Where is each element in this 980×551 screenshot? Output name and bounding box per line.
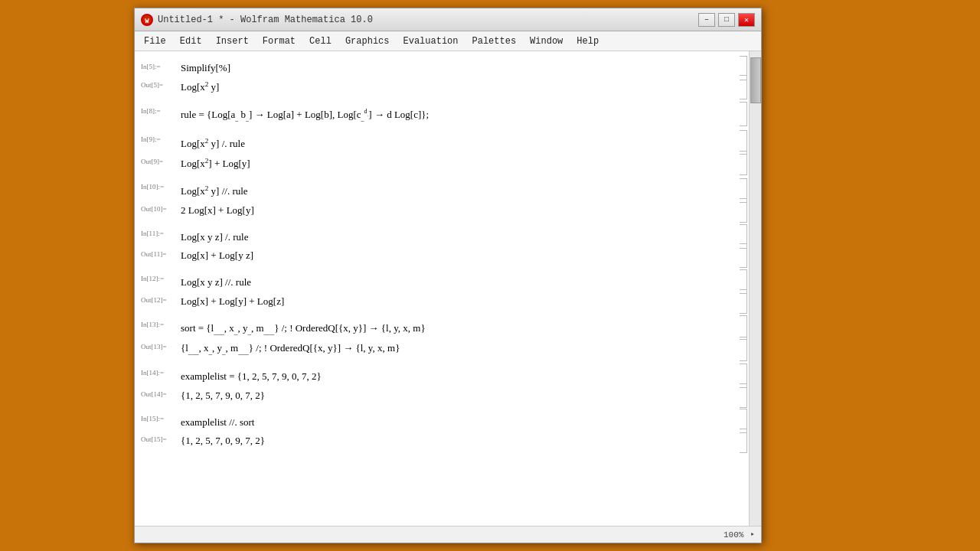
output-row-9: Out[9]= Log[x2] + Log[y] [135, 154, 749, 174]
out-label-12: Out[12]= [141, 296, 167, 304]
input-code-14[interactable]: examplelist = {1, 2, 5, 7, 9, 0, 7, 2} [181, 370, 322, 383]
menu-edit[interactable]: Edit [174, 34, 208, 48]
menu-evaluation[interactable]: Evaluation [397, 34, 464, 48]
menu-palettes[interactable]: Palettes [466, 34, 523, 48]
zoom-level: 100% [724, 530, 743, 540]
menu-window[interactable]: Window [524, 34, 569, 48]
in-label-14: In[14]:= [141, 369, 164, 377]
maximize-button[interactable]: □ [718, 13, 735, 27]
input-code-13[interactable]: sort = {l___, x_, y_, m___} /; ! Ordered… [181, 321, 426, 337]
output-code-9: Log[x2] + Log[y] [181, 156, 250, 171]
in-label-5: In[5]:= [141, 63, 161, 70]
cell-bracket-out9 [738, 154, 749, 174]
menu-file[interactable]: File [138, 34, 172, 48]
output-code-13: {l___, x_, y_, m___} /; ! OrderedQ[{x, y… [181, 341, 400, 357]
input-row-8[interactable]: In[8]:= rule = {Log[a_ b_] → Log[a] + Lo… [135, 103, 749, 126]
cell-pair-11: In[11]:= Log[x y z] /. rule Out[11]= Log… [135, 226, 749, 265]
cell-pair-14: In[14]:= examplelist = {1, 2, 5, 7, 9, 0… [135, 365, 749, 404]
input-row-5[interactable]: In[5]:= Simplify[%] [135, 59, 749, 77]
app-icon: W [141, 14, 153, 26]
input-row-9[interactable]: In[9]:= Log[x2 y] /. rule [135, 132, 749, 154]
cell-bracket-out10 [738, 201, 749, 220]
input-code-9[interactable]: Log[x2 y] /. rule [181, 136, 245, 152]
cell-bracket-in8 [738, 103, 749, 126]
in-label-12: In[12]:= [141, 275, 164, 282]
main-window: W Untitled-1 * - Wolfram Mathematica 10.… [134, 8, 762, 543]
cell-pair-13: In[13]:= sort = {l___, x_, y_, m___} /; … [135, 317, 749, 360]
out-label-11: Out[11]= [141, 250, 166, 258]
scrollbar-track[interactable] [749, 51, 761, 526]
output-row-15: Out[15]= {1, 2, 5, 7, 0, 9, 7, 2} [135, 432, 749, 450]
cell-bracket-out14 [738, 386, 749, 405]
in-label-9: In[9]:= [141, 135, 161, 143]
cell-pair-9: In[9]:= Log[x2 y] /. rule Out[9]= Log[x2… [135, 132, 749, 173]
output-code-14: {1, 2, 5, 7, 9, 0, 7, 2} [181, 389, 265, 403]
cell-bracket-out15 [738, 432, 749, 450]
input-code-5[interactable]: Simplify[%] [181, 61, 230, 75]
input-code-15[interactable]: examplelist //. sort [181, 416, 254, 429]
cell-pair-10: In[10]:= Log[x2 y] //. rule Out[10]= 2 L… [135, 179, 749, 220]
output-row-5: Out[5]= Log[x2 y] [135, 77, 749, 97]
minimize-button[interactable]: – [698, 13, 715, 27]
cell-bracket-out13 [738, 339, 749, 359]
menubar: File Edit Insert Format Cell Graphics Ev… [135, 31, 761, 51]
output-row-12: Out[12]= Log[x] + Log[y] + Log[z] [135, 292, 749, 311]
in-label-15: In[15]:= [141, 415, 164, 422]
out-label-5: Out[5]= [141, 81, 163, 89]
zoom-icon: ‣ [750, 530, 755, 540]
window-controls: – □ ✕ [698, 13, 755, 27]
title-bar: W Untitled-1 * - Wolfram Mathematica 10.… [135, 8, 761, 31]
input-row-10[interactable]: In[10]:= Log[x2 y] //. rule [135, 179, 749, 201]
cell-pair-8: In[8]:= rule = {Log[a_ b_] → Log[a] + Lo… [135, 103, 749, 126]
in-label-11: In[11]:= [141, 230, 164, 237]
output-row-14: Out[14]= {1, 2, 5, 7, 9, 0, 7, 2} [135, 386, 749, 405]
window-title: Untitled-1 * - Wolfram Mathematica 10.0 [158, 15, 373, 25]
output-row-13: Out[13]= {l___, x_, y_, m___} /; ! Order… [135, 339, 749, 359]
input-row-11[interactable]: In[11]:= Log[x y z] /. rule [135, 226, 749, 246]
input-code-12[interactable]: Log[x y z] //. rule [181, 276, 251, 289]
svg-text:W: W [145, 18, 149, 25]
input-row-15[interactable]: In[15]:= examplelist //. sort [135, 411, 749, 432]
output-code-12: Log[x] + Log[y] + Log[z] [181, 295, 284, 308]
out-label-14: Out[14]= [141, 390, 167, 398]
cell-pair-5: In[5]:= Simplify[%] Out[5]= Log[x2 y] [135, 59, 749, 97]
cell-bracket-out5 [738, 77, 749, 97]
input-row-14[interactable]: In[14]:= examplelist = {1, 2, 5, 7, 9, 0… [135, 365, 749, 386]
input-row-13[interactable]: In[13]:= sort = {l___, x_, y_, m___} /; … [135, 317, 749, 339]
out-label-15: Out[15]= [141, 435, 167, 443]
cell-bracket-out12 [738, 292, 749, 311]
output-code-11: Log[x] + Log[y z] [181, 249, 253, 262]
in-label-13: In[13]:= [141, 321, 164, 328]
in-label-10: In[10]:= [141, 183, 164, 191]
menu-help[interactable]: Help [570, 34, 605, 48]
notebook[interactable]: In[5]:= Simplify[%] Out[5]= Log[x2 y] [135, 51, 749, 526]
input-row-12[interactable]: In[12]:= Log[x y z] //. rule [135, 271, 749, 292]
scrollbar-thumb[interactable] [750, 57, 761, 103]
output-row-10: Out[10]= 2 Log[x] + Log[y] [135, 201, 749, 220]
out-label-10: Out[10]= [141, 205, 167, 213]
menu-cell[interactable]: Cell [303, 34, 338, 48]
content-area: In[5]:= Simplify[%] Out[5]= Log[x2 y] [135, 51, 761, 526]
cell-bracket-out11 [738, 246, 749, 265]
status-bar: 100% ‣ [135, 526, 761, 543]
input-code-8[interactable]: rule = {Log[a_ b_] → Log[a] + Log[b], Lo… [181, 108, 429, 124]
output-code-5: Log[x2 y] [181, 80, 219, 95]
close-button[interactable]: ✕ [738, 13, 755, 27]
output-code-10: 2 Log[x] + Log[y] [181, 204, 254, 217]
output-row-11: Out[11]= Log[x] + Log[y z] [135, 246, 749, 265]
menu-format[interactable]: Format [256, 34, 302, 48]
cell-bracket-in13 [738, 317, 749, 339]
out-label-13: Out[13]= [141, 343, 167, 350]
input-code-11[interactable]: Log[x y z] /. rule [181, 230, 248, 244]
input-code-10[interactable]: Log[x2 y] //. rule [181, 184, 248, 199]
menu-insert[interactable]: Insert [210, 34, 255, 48]
menu-graphics[interactable]: Graphics [339, 34, 396, 48]
cell-pair-12: In[12]:= Log[x y z] //. rule Out[12]= Lo… [135, 271, 749, 310]
cell-bracket-in9 [738, 132, 749, 154]
out-label-9: Out[9]= [141, 158, 163, 165]
output-code-15: {1, 2, 5, 7, 0, 9, 7, 2} [181, 434, 265, 448]
in-label-8: In[8]:= [141, 107, 161, 115]
title-bar-left: W Untitled-1 * - Wolfram Mathematica 10.… [141, 14, 373, 26]
cell-pair-15: In[15]:= examplelist //. sort Out[15]= {… [135, 411, 749, 450]
